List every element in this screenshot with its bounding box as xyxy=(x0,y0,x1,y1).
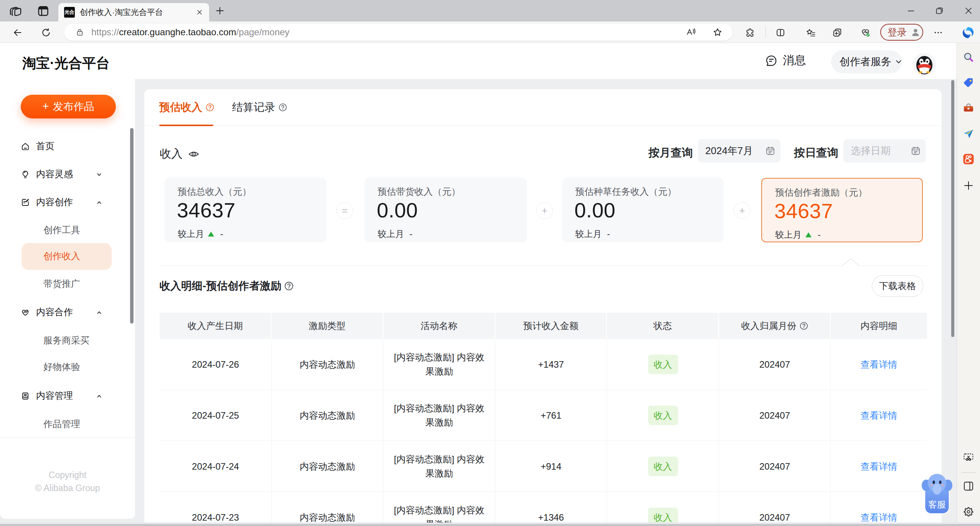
table-cell: 202407 xyxy=(719,390,831,441)
rail-shopping-icon[interactable] xyxy=(963,77,974,89)
sidebar-item-cooperation[interactable]: 内容合作 xyxy=(0,299,135,326)
collections-icon[interactable] xyxy=(832,28,842,38)
table-row: 2024-07-23 内容动态激励 [内容动态激励] 内容效果激励 +1346 … xyxy=(160,492,927,526)
tab-estimated-income[interactable]: 预估收入 xyxy=(159,89,214,125)
tab-title: 创作收入·淘宝光合平台 xyxy=(80,7,163,18)
card-caret xyxy=(841,258,860,266)
rail-screenshot-icon[interactable] xyxy=(963,451,974,463)
compare-value: - xyxy=(409,229,412,239)
split-screen-icon[interactable] xyxy=(775,28,785,38)
detail-title-text: 收入明细-预估创作者激励 xyxy=(160,279,281,293)
rail-add-icon[interactable] xyxy=(963,180,974,191)
favorite-star-icon[interactable] xyxy=(713,27,723,37)
tab-actions-icon[interactable] xyxy=(36,4,50,18)
read-aloud-icon[interactable] xyxy=(686,27,696,37)
month-picker[interactable]: 2024年7月 xyxy=(698,139,780,163)
column-label: 收入归属月份 xyxy=(741,320,797,332)
creator-service-dropdown[interactable]: 创作者服务 xyxy=(831,50,902,73)
sidebar-item-inspiration[interactable]: 内容灵感 xyxy=(0,161,135,188)
table-row: 2024-07-24 内容动态激励 [内容动态激励] 内容效果激励 +914 收… xyxy=(160,441,927,492)
help-icon[interactable] xyxy=(279,103,287,112)
help-icon[interactable] xyxy=(284,281,294,291)
login-label: 登录 xyxy=(888,26,907,39)
window-minimize-icon[interactable] xyxy=(906,6,916,15)
sidebar-item-service-buy[interactable]: 服务商采买 xyxy=(0,327,135,355)
view-detail-link[interactable]: 查看详情 xyxy=(861,459,898,473)
sidebar-item-works[interactable]: 作品管理 xyxy=(0,411,135,438)
view-detail-link[interactable]: 查看详情 xyxy=(861,510,898,524)
copilot-icon[interactable] xyxy=(962,26,975,39)
stat-total-income: 预估总收入（元） 34637 较上月- xyxy=(165,178,327,242)
sidebar-scrollbar[interactable] xyxy=(130,128,134,324)
activity-line1: [内容动态激励] 内容效 xyxy=(394,401,484,415)
detail-title: 收入明细-预估创作者激励 xyxy=(160,275,294,297)
sidebar-item-promotion[interactable]: 带货推广 xyxy=(0,270,135,298)
address-bar[interactable]: https://creator.guanghe.taobao.com/page/… xyxy=(64,24,733,41)
lock-icon[interactable] xyxy=(76,28,84,36)
help-icon[interactable] xyxy=(206,103,214,112)
window-restore-icon[interactable] xyxy=(935,6,944,15)
publish-button[interactable]: +发布作品 xyxy=(21,95,116,118)
sidebar-item-management[interactable]: 内容管理 xyxy=(0,382,135,410)
sidebar-item-label: 首页 xyxy=(36,140,54,152)
day-picker[interactable]: 选择日期 xyxy=(843,139,926,163)
messages-button[interactable]: 消息 xyxy=(765,53,806,68)
help-icon[interactable] xyxy=(800,322,808,330)
customer-service-widget[interactable]: 客服 xyxy=(921,471,953,515)
stat-value: 0.00 xyxy=(574,198,615,222)
rail-kuaishou-icon[interactable] xyxy=(963,153,974,165)
rail-search-icon[interactable] xyxy=(963,52,974,63)
rail-panel-icon[interactable] xyxy=(963,480,974,492)
table-cell: 查看详情 xyxy=(831,492,927,526)
rail-toolbox-icon[interactable] xyxy=(963,103,974,114)
view-detail-link[interactable]: 查看详情 xyxy=(861,408,898,422)
divider xyxy=(160,266,927,266)
eye-icon[interactable] xyxy=(188,148,200,160)
sidebar-item-label: 作品管理 xyxy=(43,418,80,430)
more-menu-icon[interactable] xyxy=(933,28,943,38)
sidebar-item-label: 带货推广 xyxy=(43,278,80,290)
sidebar-item-creation-tool[interactable]: 创作工具 xyxy=(0,217,135,244)
browser-essentials-icon[interactable] xyxy=(861,28,871,38)
sidebar-item-creation[interactable]: 内容创作 xyxy=(0,189,135,216)
chevron-up-icon xyxy=(97,310,102,315)
refresh-icon[interactable] xyxy=(41,28,51,38)
window-close-icon[interactable] xyxy=(964,6,973,15)
stat-task-income: 预估种草任务收入（元） 0.00 较上月- xyxy=(562,178,724,242)
up-triangle-icon xyxy=(208,232,214,237)
tab-label: 结算记录 xyxy=(232,100,275,115)
income-title: 收入 xyxy=(160,146,200,162)
page-scrollbar[interactable] xyxy=(951,80,954,337)
activity-line2: 果激励 xyxy=(394,415,484,429)
view-detail-link[interactable]: 查看详情 xyxy=(861,357,898,371)
rail-settings-icon[interactable] xyxy=(963,506,974,518)
rail-send-icon[interactable] xyxy=(963,128,974,140)
back-icon[interactable] xyxy=(13,28,23,38)
login-button[interactable]: 登录 xyxy=(880,24,923,41)
activity-text: [内容动态激励] 内容效果激励 xyxy=(394,452,484,480)
browser-tab-active[interactable]: 光合 创作收入·淘宝光合平台 xyxy=(58,3,209,21)
calendar-icon xyxy=(766,146,775,156)
sidebar-item-goods-exp[interactable]: 好物体验 xyxy=(0,353,135,381)
activity-line1: [内容动态激励] 内容效 xyxy=(394,350,484,364)
new-tab-icon[interactable] xyxy=(215,6,225,16)
tab-close-icon[interactable] xyxy=(196,8,203,16)
download-table-button[interactable]: 下载表格 xyxy=(872,275,923,297)
extensions-icon[interactable] xyxy=(745,28,755,38)
calendar-icon xyxy=(911,146,921,156)
workspaces-icon[interactable] xyxy=(10,4,23,17)
table-cell: 查看详情 xyxy=(831,441,927,492)
tab-settlement-record[interactable]: 结算记录 xyxy=(232,89,287,125)
site-logo[interactable]: 淘宝·光合平台 xyxy=(22,54,110,73)
sidebar-divider xyxy=(0,437,135,437)
favorites-icon[interactable] xyxy=(806,28,816,38)
table-header-cell: 活动名称 xyxy=(383,313,495,339)
table-header-cell: 激励类型 xyxy=(272,313,383,339)
table-header-row: 收入产生日期 激励类型 活动名称 预计收入金额 状态 收入归属月份 内容明细 xyxy=(160,313,927,339)
sidebar-item-creation-income[interactable]: 创作收入 xyxy=(0,243,135,270)
sidebar-item-home[interactable]: 首页 xyxy=(0,133,135,160)
stat-creator-incentive[interactable]: 预估创作者激励（元） 34637 较上月- xyxy=(761,178,923,242)
table-cell: +1437 xyxy=(495,339,607,390)
compare-label: 较上月 xyxy=(378,228,404,240)
avatar[interactable] xyxy=(913,53,936,76)
